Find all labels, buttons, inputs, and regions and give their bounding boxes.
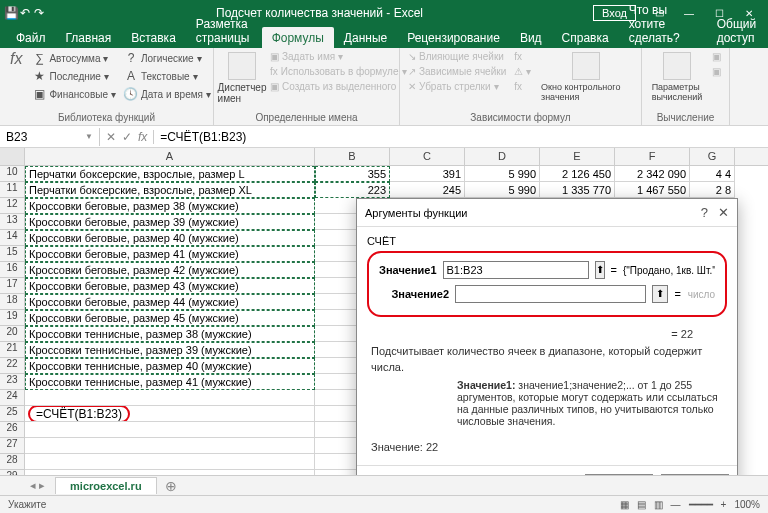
cell[interactable]: 4 4 <box>690 166 735 182</box>
dialog-close-icon[interactable]: ✕ <box>718 205 729 220</box>
recent-button[interactable]: ★Последние ▾ <box>30 68 118 84</box>
row-header[interactable]: 22 <box>0 358 25 374</box>
tab-Файл[interactable]: Файл <box>6 27 56 48</box>
accept-formula-icon[interactable]: ✓ <box>122 130 132 144</box>
cell[interactable]: Кроссовки беговые, размер 39 (мужские) <box>25 214 315 230</box>
tab-Рецензирование[interactable]: Рецензирование <box>397 27 510 48</box>
logic-button[interactable]: ?Логические ▾ <box>122 50 213 66</box>
range-picker-icon[interactable]: ⬆ <box>595 261 605 279</box>
col-header[interactable]: D <box>465 148 540 165</box>
trace-prec-button[interactable]: ↘ Влияющие ячейки <box>406 50 508 63</box>
arg1-input[interactable] <box>443 261 589 279</box>
row-header[interactable]: 15 <box>0 246 25 262</box>
cell[interactable]: 245 <box>390 182 465 198</box>
show-formulas-button[interactable]: fx <box>512 50 533 63</box>
row-header[interactable]: 26 <box>0 422 25 438</box>
row-header[interactable]: 10 <box>0 166 25 182</box>
row-header[interactable]: 13 <box>0 214 25 230</box>
row-header[interactable]: 12 <box>0 198 25 214</box>
col-header[interactable]: G <box>690 148 735 165</box>
row-header[interactable]: 19 <box>0 310 25 326</box>
cell[interactable]: =СЧЁТ(B1:B23) <box>25 406 315 422</box>
cell[interactable] <box>25 422 315 438</box>
tab-Вставка[interactable]: Вставка <box>121 27 186 48</box>
normal-view-icon[interactable]: ▦ <box>620 499 629 510</box>
col-header[interactable]: F <box>615 148 690 165</box>
error-check-button[interactable]: ⚠ ▾ <box>512 65 533 78</box>
cell[interactable]: Кроссовки беговые, размер 45 (мужские) <box>25 310 315 326</box>
tab-Разметка страницы[interactable]: Разметка страницы <box>186 13 262 48</box>
col-header[interactable]: E <box>540 148 615 165</box>
row-header[interactable]: 11 <box>0 182 25 198</box>
trace-dep-button[interactable]: ↗ Зависимые ячейки <box>406 65 508 78</box>
autosum-button[interactable]: ∑Автосумма ▾ <box>30 50 118 66</box>
cell[interactable]: Перчатки боксерские, взрослые, размер L <box>25 166 315 182</box>
create-from-sel-button[interactable]: ▣ Создать из выделенного <box>268 80 409 93</box>
undo-icon[interactable]: ↶ <box>18 6 32 20</box>
cell[interactable]: Перчатки боксерские, взрослые, размер XL <box>25 182 315 198</box>
use-in-formula-button[interactable]: fx Использовать в формуле ▾ <box>268 65 409 78</box>
tab-Главная[interactable]: Главная <box>56 27 122 48</box>
col-header[interactable]: A <box>25 148 315 165</box>
row-header[interactable]: 17 <box>0 278 25 294</box>
sheet-tab[interactable]: microexcel.ru <box>55 477 157 494</box>
cell[interactable]: 223 <box>315 182 390 198</box>
row-header[interactable]: 27 <box>0 438 25 454</box>
zoom-level[interactable]: 100% <box>734 499 760 510</box>
cell[interactable]: 5 990 <box>465 166 540 182</box>
page-layout-icon[interactable]: ▤ <box>637 499 646 510</box>
date-button[interactable]: 🕓Дата и время ▾ <box>122 86 213 102</box>
finance-button[interactable]: ▣Финансовые ▾ <box>30 86 118 102</box>
tab-Что вы хотите сделать?[interactable]: Что вы хотите сделать? <box>619 0 707 48</box>
col-header[interactable]: B <box>315 148 390 165</box>
page-break-icon[interactable]: ▥ <box>654 499 663 510</box>
cell[interactable]: Кроссовки теннисные, размер 41 (мужские) <box>25 374 315 390</box>
cell[interactable]: 2 342 090 <box>615 166 690 182</box>
cell[interactable]: Кроссовки беговые, размер 40 (мужские) <box>25 230 315 246</box>
cancel-formula-icon[interactable]: ✕ <box>106 130 116 144</box>
tab-Справка[interactable]: Справка <box>552 27 619 48</box>
formula-input[interactable]: =СЧЁТ(B1:B23) <box>154 128 768 146</box>
dialog-help-icon[interactable]: ? <box>701 205 708 220</box>
cell[interactable]: 2 126 450 <box>540 166 615 182</box>
eval-formula-button[interactable]: fx <box>512 80 533 93</box>
arg2-input[interactable] <box>455 285 646 303</box>
redo-icon[interactable]: ↷ <box>32 6 46 20</box>
cell[interactable]: Кроссовки беговые, размер 44 (мужские) <box>25 294 315 310</box>
text-button[interactable]: AТекстовые ▾ <box>122 68 213 84</box>
cell[interactable]: 355 <box>315 166 390 182</box>
tab-Общий доступ[interactable]: Общий доступ <box>707 13 768 48</box>
cell[interactable] <box>25 390 315 406</box>
save-icon[interactable]: 💾 <box>4 6 18 20</box>
row-header[interactable]: 16 <box>0 262 25 278</box>
row-header[interactable]: 23 <box>0 374 25 390</box>
cell[interactable]: Кроссовки теннисные, размер 40 (мужские) <box>25 358 315 374</box>
cell[interactable]: 1 467 550 <box>615 182 690 198</box>
row-header[interactable]: 21 <box>0 342 25 358</box>
cell[interactable]: Кроссовки беговые, размер 38 (мужские) <box>25 198 315 214</box>
cell[interactable]: Кроссовки беговые, размер 42 (мужские) <box>25 262 315 278</box>
remove-arrows-button[interactable]: ✕ Убрать стрелки ▾ <box>406 80 508 93</box>
tab-Вид[interactable]: Вид <box>510 27 552 48</box>
add-sheet-icon[interactable]: ⊕ <box>157 478 185 494</box>
cell[interactable]: Кроссовки теннисные, размер 38 (мужские) <box>25 326 315 342</box>
row-header[interactable]: 18 <box>0 294 25 310</box>
cell[interactable]: 1 335 770 <box>540 182 615 198</box>
fx-icon[interactable]: fx <box>138 130 147 144</box>
row-header[interactable]: 28 <box>0 454 25 470</box>
cell[interactable] <box>25 454 315 470</box>
cell[interactable] <box>25 438 315 454</box>
name-box[interactable]: B23▼ <box>0 128 100 146</box>
cell[interactable]: 391 <box>390 166 465 182</box>
range-picker-icon[interactable]: ⬆ <box>652 285 668 303</box>
row-header[interactable]: 24 <box>0 390 25 406</box>
row-header[interactable]: 14 <box>0 230 25 246</box>
cell[interactable]: 5 990 <box>465 182 540 198</box>
col-header[interactable]: C <box>390 148 465 165</box>
row-header[interactable]: 20 <box>0 326 25 342</box>
cell[interactable]: 2 8 <box>690 182 735 198</box>
cell[interactable]: Кроссовки беговые, размер 43 (мужские) <box>25 278 315 294</box>
cell[interactable]: Кроссовки беговые, размер 41 (мужские) <box>25 246 315 262</box>
tab-Данные[interactable]: Данные <box>334 27 397 48</box>
cell[interactable]: Кроссовки теннисные, размер 39 (мужские) <box>25 342 315 358</box>
